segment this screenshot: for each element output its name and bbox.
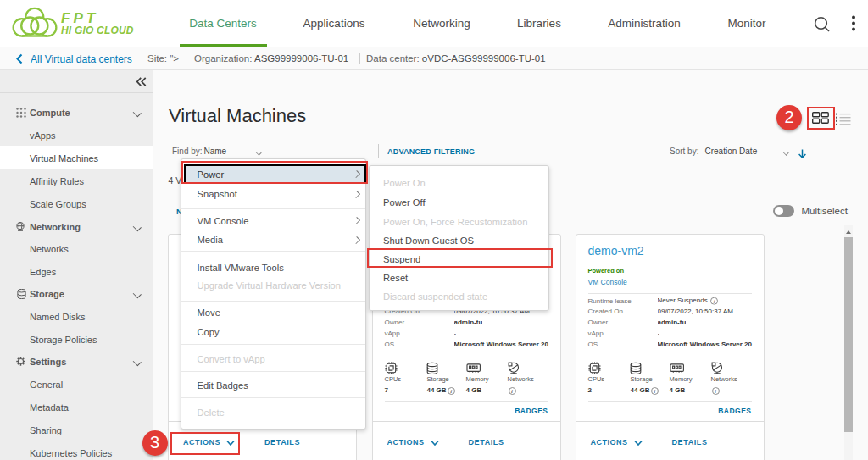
svg-text:HI GIO CLOUD: HI GIO CLOUD — [61, 25, 134, 36]
svg-text:FPT: FPT — [61, 10, 98, 26]
